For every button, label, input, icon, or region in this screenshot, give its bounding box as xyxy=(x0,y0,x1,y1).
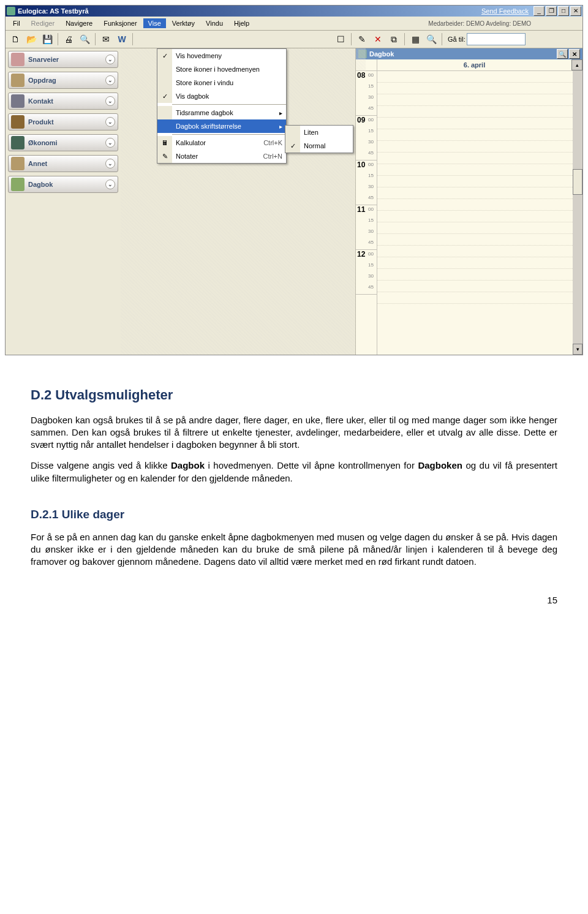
submenu-item-liten[interactable]: Liten xyxy=(285,126,353,139)
new-icon[interactable]: 🗋 xyxy=(8,32,23,47)
open-icon[interactable]: 📂 xyxy=(24,32,39,47)
calendar-body[interactable] xyxy=(377,71,573,355)
maximize-button[interactable]: □ xyxy=(558,6,569,16)
menu-vindu[interactable]: Vindu xyxy=(201,18,228,28)
form-icon[interactable]: ☐ xyxy=(333,32,348,47)
sidebar-item-label: Annet xyxy=(28,160,47,167)
menu-vise[interactable]: Vise xyxy=(143,18,166,28)
sidebar-item-snarveier[interactable]: Snarveier ⌄ xyxy=(8,51,118,68)
menu-item-store-ikoner-vindu[interactable]: Store ikoner i vindu xyxy=(157,76,286,89)
menu-item-notater[interactable]: ✎ Notater Ctrl+N xyxy=(157,149,286,163)
check-icon: ✓ xyxy=(157,49,172,62)
chevron-down-icon: ⌄ xyxy=(105,96,115,106)
restore-button[interactable]: ❐ xyxy=(546,6,557,16)
hour-label: 10 xyxy=(357,161,365,169)
paragraph: Dagboken kan også brukes til å se på and… xyxy=(31,414,557,451)
sidebar-item-produkt[interactable]: Produkt ⌄ xyxy=(8,113,118,130)
paragraph: For å se på en annen dag kan du ganske e… xyxy=(31,531,557,568)
scroll-up-button[interactable]: ▴ xyxy=(571,59,582,70)
app-screenshot: Eulogica: AS Testbyrå Send Feedback _ ❐ … xyxy=(5,5,583,355)
menu-item-store-ikoner-hovedmeny[interactable]: Store ikoner i hovedmenyen xyxy=(157,62,286,76)
menu-rediger[interactable]: Rediger xyxy=(26,18,60,28)
search-icon[interactable]: 🔍 xyxy=(424,32,439,47)
check-icon: ✓ xyxy=(285,139,300,153)
sidebar-item-label: Oppdrag xyxy=(28,77,56,84)
scroll-down-button[interactable]: ▾ xyxy=(573,344,582,355)
sidebar-item-oppdrag[interactable]: Oppdrag ⌄ xyxy=(8,72,118,89)
sidebar: Snarveier ⌄ Oppdrag ⌄ Kontakt ⌄ Produkt … xyxy=(6,48,121,355)
folder-icon xyxy=(11,74,24,87)
shortcut-icon xyxy=(11,53,24,66)
sidebar-item-kontakt[interactable]: Kontakt ⌄ xyxy=(8,93,118,110)
grid-icon[interactable]: ▦ xyxy=(408,32,423,47)
sidebar-item-label: Kontakt xyxy=(28,97,53,105)
sidebar-item-label: Snarveier xyxy=(28,56,59,63)
status-user-info: Medarbeider: DEMO Avdeling: DEMO xyxy=(428,20,580,27)
sidebar-item-okonomi[interactable]: Økonomi ⌄ xyxy=(8,134,118,151)
menubar: Fil Rediger Navigere Funksjoner Vise Ver… xyxy=(6,17,582,31)
skriftstorrelse-submenu: Liten ✓ Normal xyxy=(285,125,353,153)
sidebar-item-annet[interactable]: Annet ⌄ xyxy=(8,155,118,172)
send-feedback-link[interactable]: Send Feedback xyxy=(481,7,529,15)
menu-funksjoner[interactable]: Funksjoner xyxy=(99,18,141,28)
submenu-item-normal[interactable]: ✓ Normal xyxy=(285,139,353,153)
check-icon: ✓ xyxy=(157,89,172,103)
heading-d21: D.2.1 Ulike dager xyxy=(31,507,557,523)
menu-item-vis-dagbok[interactable]: ✓ Vis dagbok xyxy=(157,89,286,103)
hour-label: 12 xyxy=(357,250,365,259)
workarea: Snarveier ⌄ Oppdrag ⌄ Kontakt ⌄ Produkt … xyxy=(6,48,582,355)
submenu-arrow-icon: ▸ xyxy=(279,110,282,116)
chevron-down-icon: ⌄ xyxy=(105,55,115,64)
menu-item-tidsramme-dagbok[interactable]: Tidsramme dagbok ▸ xyxy=(157,106,286,119)
scrollbar-thumb[interactable] xyxy=(573,169,582,195)
hour-label: 08 xyxy=(357,71,365,80)
edit-icon[interactable]: ✎ xyxy=(355,32,369,47)
close-button[interactable]: ✕ xyxy=(570,6,581,16)
word-icon[interactable]: W xyxy=(115,32,129,47)
sidebar-item-label: Dagbok xyxy=(28,181,53,188)
menu-fil[interactable]: Fil xyxy=(8,18,25,28)
menu-navigere[interactable]: Navigere xyxy=(61,18,97,28)
contact-icon xyxy=(11,94,24,108)
minimize-button[interactable]: _ xyxy=(533,6,545,16)
goto-input[interactable] xyxy=(467,33,526,45)
hour-label: 09 xyxy=(357,116,365,124)
diary-icon xyxy=(11,178,24,191)
sidebar-item-dagbok[interactable]: Dagbok ⌄ xyxy=(8,176,118,193)
mail-icon[interactable]: ✉ xyxy=(99,32,113,47)
chevron-down-icon: ⌄ xyxy=(105,179,115,189)
chevron-down-icon: ⌄ xyxy=(105,138,115,148)
heading-d2: D.2 Utvalgsmuligheter xyxy=(31,386,557,404)
calendar-grid[interactable]: 08 00 15 30 45 09 00 15 30 45 10 00 15 xyxy=(356,71,582,355)
menu-item-kalkulator[interactable]: 🖩 Kalkulator Ctrl+K xyxy=(157,136,286,149)
hour-label: 11 xyxy=(357,205,365,214)
menu-verktoy[interactable]: Verktøy xyxy=(167,18,200,28)
document-body: D.2 Utvalgsmuligheter Dagboken kan også … xyxy=(0,355,588,589)
delete-icon[interactable]: ✕ xyxy=(371,32,385,47)
chevron-down-icon: ⌄ xyxy=(105,75,115,85)
dagbok-title: Dagbok xyxy=(369,50,394,58)
titlebar: Eulogica: AS Testbyrå Send Feedback _ ❐ … xyxy=(6,6,582,17)
scrollbar[interactable]: ▾ xyxy=(573,71,582,355)
menu-item-vis-hovedmeny[interactable]: ✓ Vis hovedmeny xyxy=(157,49,286,62)
dagbok-pane: Dagbok 🔍 ✕ 6. april ▴ 08 00 15 30 45 xyxy=(355,48,582,355)
chevron-down-icon: ⌄ xyxy=(105,117,115,127)
preview-icon[interactable]: 🔍 xyxy=(77,32,92,47)
vise-menu-dropdown: ✓ Vis hovedmeny Store ikoner i hovedmeny… xyxy=(157,48,287,164)
close-pane-button[interactable]: ✕ xyxy=(569,49,580,59)
save-icon[interactable]: 💾 xyxy=(40,32,55,47)
current-date: 6. april xyxy=(377,61,571,69)
time-scale: 08 00 15 30 45 09 00 15 30 45 10 00 15 xyxy=(356,71,377,355)
window-title: Eulogica: AS Testbyrå xyxy=(18,7,89,15)
menu-item-dagbok-skriftstorrelse[interactable]: Dagbok skriftstørrelse ▸ xyxy=(157,119,286,133)
calculator-icon: 🖩 xyxy=(157,136,172,149)
menu-hjelp[interactable]: Hjelp xyxy=(229,18,254,28)
product-icon xyxy=(11,115,24,129)
notes-icon: ✎ xyxy=(157,149,172,163)
search-icon[interactable]: 🔍 xyxy=(557,49,568,59)
print-icon[interactable]: 🖨 xyxy=(61,32,76,47)
app-icon xyxy=(7,7,15,15)
sidebar-item-label: Produkt xyxy=(28,118,54,126)
copy-icon[interactable]: ⧉ xyxy=(386,32,401,47)
date-bar: 6. april ▴ xyxy=(356,59,582,71)
